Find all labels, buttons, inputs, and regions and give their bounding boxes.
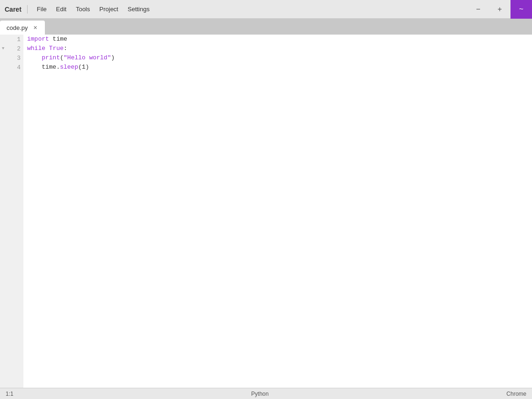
line-num-label: 3	[17, 55, 21, 62]
close-button[interactable]: ~	[510, 0, 532, 19]
menu-bar: File Edit Tools Project Settings	[33, 4, 467, 14]
tab-close-icon[interactable]: ×	[32, 24, 39, 31]
line-numbers: 1 ▼ 2 3 4	[0, 35, 23, 388]
title-divider	[27, 5, 28, 14]
token-time: time	[49, 35, 67, 44]
menu-tools[interactable]: Tools	[72, 4, 93, 14]
window-controls: − + ~	[467, 0, 532, 19]
line-number-2: ▼ 2	[0, 44, 23, 53]
line-num-label: 2	[17, 45, 21, 52]
line-num-label: 1	[17, 36, 21, 43]
menu-file[interactable]: File	[33, 4, 50, 14]
editor-container: 1 ▼ 2 3 4 import time while True: print(…	[0, 35, 532, 388]
fold-indicator[interactable]: ▼	[2, 46, 4, 51]
line-number-3: 3	[0, 53, 23, 63]
code-line-2: while True:	[27, 44, 532, 53]
token-sleep: sleep	[60, 63, 78, 72]
token-paren2: )	[111, 53, 115, 63]
app-name: Caret	[5, 6, 22, 13]
title-bar: Caret File Edit Tools Project Settings −…	[0, 0, 532, 19]
maximize-button[interactable]: +	[489, 0, 510, 19]
token-space	[45, 44, 49, 53]
line-number-4: 4	[0, 63, 23, 72]
status-bar: 1:1 Python Chrome	[0, 388, 532, 399]
token-print: print	[42, 53, 60, 63]
cursor-position: 1:1	[6, 391, 14, 397]
line-num-label: 4	[17, 64, 21, 71]
tab-code-py[interactable]: code.py ×	[0, 21, 45, 35]
language-indicator: Python	[251, 391, 268, 397]
token-colon: :	[64, 44, 67, 53]
token-true: True	[49, 44, 64, 53]
tab-bar: code.py ×	[0, 19, 532, 35]
code-area[interactable]: import time while True: print("Hello wor…	[23, 35, 532, 388]
menu-project[interactable]: Project	[96, 4, 122, 14]
menu-settings[interactable]: Settings	[124, 4, 153, 14]
code-line-3: print("Hello world")	[27, 53, 532, 63]
runtime-indicator: Chrome	[506, 391, 526, 397]
menu-edit[interactable]: Edit	[52, 4, 70, 14]
token-sleep-arg: (1)	[78, 63, 89, 72]
token-while: while	[27, 44, 45, 53]
minimize-button[interactable]: −	[467, 0, 489, 19]
token-time-sleep: time.	[27, 63, 60, 72]
code-line-4: time.sleep(1)	[27, 63, 532, 72]
line-number-1: 1	[0, 35, 23, 44]
token-import: import	[27, 35, 49, 44]
token-hello-world: "Hello world"	[64, 53, 111, 63]
token-indent1	[27, 53, 42, 63]
token-paren1: (	[60, 53, 64, 63]
tab-label: code.py	[7, 24, 28, 31]
code-line-1: import time	[27, 35, 532, 44]
